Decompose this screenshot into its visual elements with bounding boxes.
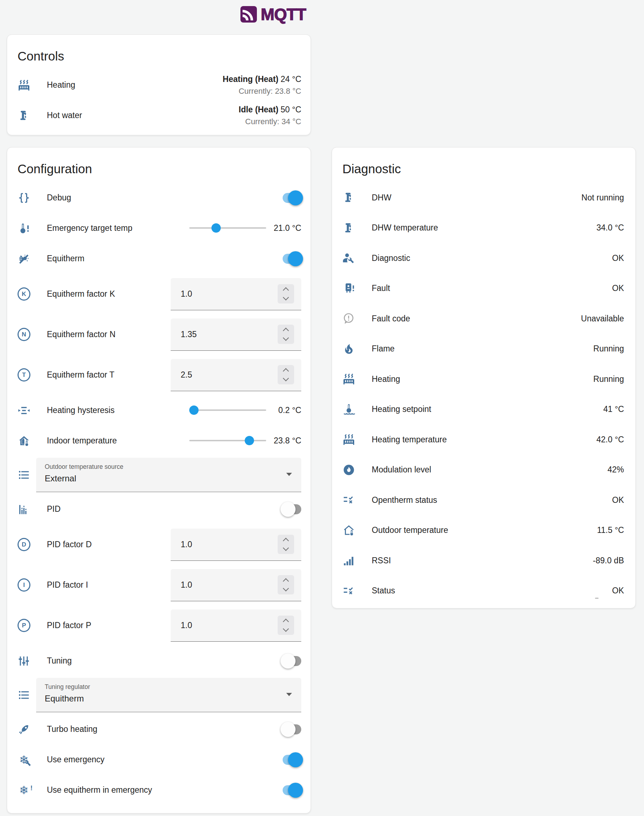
config-row-debug: Debug xyxy=(7,183,311,213)
climate-current-temp: Currently: 23.8 °C xyxy=(222,87,301,96)
mqtt-logo-icon xyxy=(240,6,257,23)
diag-value: 42.0 °C xyxy=(596,435,624,445)
config-row-equitherm-factor-k: K Equitherm factor K 1.0 xyxy=(7,274,311,314)
water-pump-icon xyxy=(17,109,31,122)
comment-alert-icon xyxy=(342,312,355,325)
number-stepper[interactable] xyxy=(278,325,294,344)
pid-factor-p-input[interactable]: 1.0 xyxy=(171,609,301,642)
config-row-equitherm-factor-n: N Equitherm factor N 1.35 xyxy=(7,314,311,355)
slider-knob[interactable] xyxy=(189,405,199,415)
outdoor-temperature-source-select[interactable]: Outdoor temperature source External xyxy=(36,458,301,492)
control-row-hot-water[interactable]: Hot water Idle (Heat)50 °C Currently: 34… xyxy=(7,100,311,130)
diag-value: OK xyxy=(612,586,624,595)
climate-current-temp: Currently: 34 °C xyxy=(239,117,301,126)
snowflake-wrench-icon: ❄ xyxy=(17,753,31,766)
controls-card: Controls Heating Heating (Heat)24 °C Cur… xyxy=(7,34,311,135)
fire-circle-icon xyxy=(342,463,355,476)
diag-row-fault[interactable]: Fault OK xyxy=(332,273,635,304)
equitherm-factor-n-input[interactable]: 1.35 xyxy=(171,319,301,351)
use-equitherm-in-emergency-toggle[interactable] xyxy=(283,785,301,795)
config-row-pid-factor-d: D PID factor D 1.0 xyxy=(7,524,311,565)
number-stepper[interactable] xyxy=(278,365,294,384)
diag-row-modulation-level[interactable]: Modulation level 42% xyxy=(332,455,635,485)
diag-row-dhw-temperature[interactable]: DHW temperature 34.0 °C xyxy=(332,213,635,243)
use-emergency-toggle[interactable] xyxy=(283,755,301,765)
control-row-heating[interactable]: Heating Heating (Heat)24 °C Currently: 2… xyxy=(7,70,311,100)
diag-row-diagnostic[interactable]: Diagnostic OK xyxy=(332,243,635,273)
turbo-heating-toggle[interactable] xyxy=(283,724,301,735)
config-row-use-emergency: ❄ Use emergency xyxy=(7,744,311,775)
pid-factor-i-input[interactable]: 1.0 xyxy=(171,569,301,601)
config-row-tuning: Tuning xyxy=(7,646,311,676)
select-label: Tuning regulator xyxy=(45,683,293,691)
tuning-toggle[interactable] xyxy=(283,656,301,666)
slider-value: 23.8 °C xyxy=(270,435,301,446)
diag-label: Heating setpoint xyxy=(372,405,431,414)
chart-histogram-icon xyxy=(17,503,31,516)
config-row-indoor-temperature: Indoor temperature 23.8 °C xyxy=(7,426,311,456)
config-row-tuning-regulator: Tuning regulator Equitherm xyxy=(7,676,311,714)
pid-factor-d-input[interactable]: 1.0 xyxy=(171,529,301,561)
slider-knob[interactable] xyxy=(212,223,221,233)
diag-label: RSSI xyxy=(372,556,391,566)
pid-toggle[interactable] xyxy=(283,504,301,514)
equitherm-factor-k-input[interactable]: 1.0 xyxy=(171,278,301,310)
config-row-pid: PID xyxy=(7,494,311,524)
config-row-use-equitherm-in-emergency: ❄ ! Use equitherm in emergency xyxy=(7,775,311,805)
diag-label: Diagnostic xyxy=(372,253,410,263)
indoor-temperature-slider[interactable] xyxy=(189,436,266,446)
diag-value: 42% xyxy=(607,465,624,475)
diag-value: OK xyxy=(612,495,624,505)
diag-row-flame[interactable]: Flame Running xyxy=(332,334,635,364)
list-status-icon xyxy=(342,494,355,506)
configuration-card: Configuration Debug Emergency target tem… xyxy=(7,147,311,813)
tune-vertical-icon xyxy=(17,655,31,667)
number-stepper[interactable] xyxy=(278,615,294,635)
config-label: Equitherm factor N xyxy=(47,330,115,339)
config-row-heating-hysteresis: Heating hysteresis 0.2 °C xyxy=(7,395,311,426)
signal-icon xyxy=(342,554,355,567)
config-label: PID xyxy=(47,504,60,514)
diag-row-heating-setpoint[interactable]: Heating setpoint 41 °C xyxy=(332,394,635,425)
number-value: 2.5 xyxy=(181,370,192,380)
heating-hysteresis-slider[interactable] xyxy=(189,405,266,415)
number-stepper[interactable] xyxy=(278,535,294,554)
radiator-icon xyxy=(342,373,355,385)
equitherm-toggle[interactable] xyxy=(283,254,301,264)
debug-toggle[interactable] xyxy=(283,193,301,203)
sun-snowflake-icon xyxy=(17,252,31,265)
diagnostic-card: Diagnostic DHW Not running DHW temperatu… xyxy=(332,147,636,609)
number-value: 1.0 xyxy=(181,621,192,630)
diag-row-heating[interactable]: Heating Running xyxy=(332,364,635,394)
number-value: 1.0 xyxy=(181,289,192,299)
diag-label: Fault code xyxy=(372,314,410,324)
config-label: Equitherm xyxy=(47,254,84,264)
diag-row-rssi[interactable]: RSSI -89.0 dB xyxy=(332,545,635,576)
tuning-regulator-select[interactable]: Tuning regulator Equitherm xyxy=(36,678,301,712)
config-label: PID factor D xyxy=(47,540,92,549)
equitherm-factor-t-input[interactable]: 2.5 xyxy=(171,359,301,391)
emergency-target-temp-slider[interactable] xyxy=(189,223,266,233)
code-braces-icon xyxy=(17,192,31,204)
number-stepper[interactable] xyxy=(278,284,294,304)
diag-row-dhw[interactable]: DHW Not running xyxy=(332,183,635,213)
config-label: Tuning xyxy=(47,656,72,666)
format-list-bulleted-icon xyxy=(17,468,31,482)
number-stepper[interactable] xyxy=(278,575,294,594)
diag-row-outdoor-temperature[interactable]: Outdoor temperature 11.5 °C xyxy=(332,515,635,546)
account-wrench-icon xyxy=(342,252,355,264)
chevron-down-icon xyxy=(286,473,292,476)
diag-row-opentherm-status[interactable]: Opentherm status OK xyxy=(332,485,635,515)
diag-row-status[interactable]: Status OK xyxy=(332,576,635,606)
slider-knob[interactable] xyxy=(245,436,254,445)
number-value: 1.0 xyxy=(181,580,192,590)
number-value: 1.0 xyxy=(181,540,192,549)
diagnostic-card-title: Diagnostic xyxy=(342,160,635,183)
diag-row-heating-temperature[interactable]: Heating temperature 42.0 °C xyxy=(332,425,635,455)
diag-row-fault-code[interactable]: Fault code Unavailable xyxy=(332,304,635,334)
diag-value: Running xyxy=(593,344,624,354)
radiator-icon xyxy=(342,433,355,446)
select-label: Outdoor temperature source xyxy=(45,463,293,471)
config-row-pid-factor-i: I PID factor I 1.0 xyxy=(7,565,311,605)
diag-label: Status xyxy=(372,586,395,595)
